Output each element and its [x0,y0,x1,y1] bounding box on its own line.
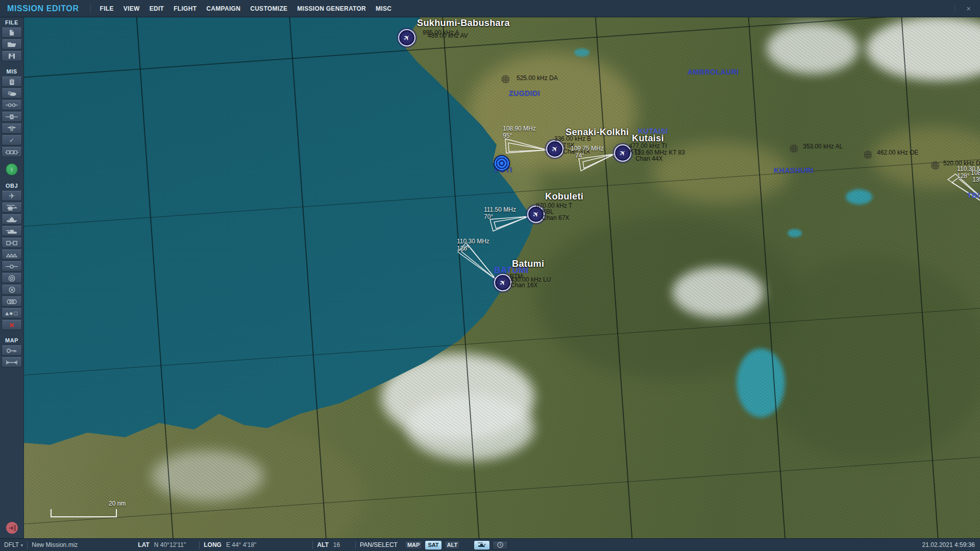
bridge-template-icon [5,252,18,258]
clock-gauge-icon [497,541,504,548]
mouse-mode: PAN/SELECT [360,541,398,548]
divider [27,541,28,549]
add-template-button[interactable] [2,249,22,260]
unit-snap-toggle[interactable] [474,541,489,549]
alt-view-button[interactable]: ALT [445,541,460,549]
airport-icon-batumi[interactable]: ✈ [494,274,511,291]
ndb-beacon-icon[interactable] [501,75,510,84]
lat-value: N 40°12'11" [154,541,186,548]
unit-sets-button[interactable] [2,296,22,307]
circle-x-icon [8,286,16,293]
save-mission-button[interactable] [2,51,22,61]
airport-icon-senaki[interactable]: ✈ [546,140,564,158]
clipboard-icon [6,78,18,86]
triggers-button[interactable] [2,100,22,110]
beacon-label: 336.00 kHz B [554,135,591,142]
up-arrow-icon: ↑ [10,166,14,173]
up-level-button[interactable]: ↑ [6,163,18,176]
delete-x-icon: ✖ [9,322,15,329]
city-label-tbilisi: TBILISI [967,191,980,199]
measure-distance-button[interactable] [2,357,22,367]
beacon-label: 489.00 kHz AV [428,32,468,39]
time-settings-button[interactable] [493,541,508,549]
menu-view[interactable]: VIEW [124,5,140,12]
beacon-label: Chan 44X [635,155,663,162]
divider [199,541,200,549]
weather-button[interactable] [2,88,22,98]
map-view-button[interactable]: MAP [405,541,422,549]
city-label-ambrolauri: AMBROLAURI [688,68,739,76]
add-waypoint-button[interactable] [2,261,22,271]
exit-door-icon [9,525,16,531]
mission-datetime: 21.02.2021 4:59:36 [922,541,975,548]
ils-course-kutaisi: 74° [575,152,584,159]
waypoint-icon [5,263,18,270]
sat-view-button[interactable]: SAT [425,541,441,549]
ils-freq-kutaisi: 109.75 MHz [571,145,604,152]
linked-circles-icon [5,298,18,305]
menu-flight[interactable]: FLIGHT [174,5,197,12]
divider [954,4,955,13]
map-key-button[interactable] [2,345,22,356]
menu-customize[interactable]: CUSTOMIZE [250,5,287,12]
open-folder-icon [6,41,18,48]
flow-chain-button[interactable] [2,147,22,157]
delete-object-button[interactable]: ✖ [2,320,22,330]
rule-box-icon [5,113,18,120]
ndb-beacon-icon[interactable] [864,151,872,159]
section-map: MAP [5,337,18,344]
airport-name-kobuleti: Kobuleti [545,191,583,202]
alt-value: 16 [333,541,340,548]
add-vehicle-button[interactable] [2,226,22,236]
ship-icon [5,216,18,223]
chain-boxes-icon [5,149,19,156]
airport-name-sukhumi: Sukhumi-Babushara [417,18,510,29]
tank-icon [5,228,18,235]
ndb-label-da: 525.00 kHz DA [517,74,558,82]
flags-icon [6,125,18,132]
new-file-icon [6,29,18,36]
alt-label: ALT [317,541,328,548]
add-helicopter-button[interactable] [2,203,22,213]
add-static-button[interactable] [2,238,22,248]
beacon-label: 870.00 kHz T [536,202,572,209]
briefing-button[interactable] [2,77,22,87]
save-icon [6,53,18,60]
validate-button[interactable]: ✓ [2,135,22,145]
divider [312,541,313,549]
airport-icon-sukhumi[interactable]: ✈ [398,29,415,46]
ndb-beacon-icon[interactable] [790,144,798,153]
exclusion-zone-button[interactable] [2,285,22,295]
menu-misc[interactable]: MISC [376,5,391,12]
draw-shapes-button[interactable]: ▲◆□ [2,308,22,318]
ils-course-tbilisi-a: 128° [957,172,970,180]
close-icon[interactable]: × [966,4,971,13]
map-viewport[interactable]: ZUGDIDI AMBROLAURI KUTAISI KHASHURI BATU… [24,17,980,539]
new-mission-button[interactable] [2,28,22,38]
add-zone-button[interactable] [2,273,22,283]
menu-edit[interactable]: EDIT [150,5,164,12]
lat-label: LAT [138,541,149,548]
city-label-zugdidi: ZUGDIDI [509,89,540,97]
add-airplane-button[interactable]: ✈ [2,191,22,201]
weather-cloud-icon [6,90,18,97]
divider [355,541,356,549]
menu-file[interactable]: FILE [100,5,114,12]
menu-mission-generator[interactable]: MISSION GENERATOR [297,5,366,12]
conditions-button[interactable] [2,112,22,122]
add-ship-button[interactable] [2,214,22,224]
app-title: MISSION EDITOR [7,4,79,13]
bullseye-marker[interactable] [494,155,510,171]
ndb-beacon-icon[interactable] [931,161,940,170]
ndb-label-al: 353.00 kHz AL [803,143,843,150]
preset-dropdown[interactable]: DFLT ▾ [4,541,23,548]
menu-campaign[interactable]: CAMPAIGN [206,5,240,12]
exit-button[interactable] [6,522,18,534]
ils-freq-batumi: 110.30 MHz [457,238,489,245]
menu-bar: MISSION EDITOR FILE VIEW EDIT FLIGHT CAM… [0,0,980,17]
ils-freq-senaki: 108.90 MHz [503,125,536,132]
mission-editor-window: MISSION EDITOR FILE VIEW EDIT FLIGHT CAM… [0,0,980,551]
helicopter-icon [5,204,18,211]
goals-button[interactable] [2,123,22,134]
open-mission-button[interactable] [2,39,22,49]
